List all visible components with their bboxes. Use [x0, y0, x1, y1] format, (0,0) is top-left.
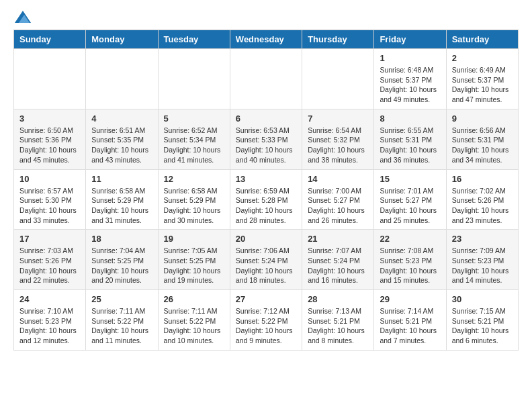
- calendar-cell: 29Sunrise: 7:14 AM Sunset: 5:21 PM Dayli…: [374, 290, 446, 351]
- day-info: Sunrise: 6:53 AM Sunset: 5:33 PM Dayligh…: [236, 126, 296, 165]
- page-container: SundayMondayTuesdayWednesdayThursdayFrid…: [0, 0, 532, 361]
- day-number: 6: [236, 113, 296, 124]
- day-info: Sunrise: 6:48 AM Sunset: 5:37 PM Dayligh…: [380, 65, 440, 105]
- day-info: Sunrise: 7:10 AM Sunset: 5:23 PM Dayligh…: [19, 306, 80, 346]
- calendar-cell: 9Sunrise: 6:56 AM Sunset: 5:31 PM Daylig…: [446, 109, 518, 169]
- calendar-cell: 30Sunrise: 7:15 AM Sunset: 5:21 PM Dayli…: [446, 290, 518, 351]
- calendar-cell: 5Sunrise: 6:52 AM Sunset: 5:34 PM Daylig…: [158, 109, 230, 169]
- day-info: Sunrise: 7:15 AM Sunset: 5:21 PM Dayligh…: [452, 306, 513, 346]
- calendar-cell: 12Sunrise: 6:58 AM Sunset: 5:29 PM Dayli…: [158, 169, 230, 230]
- day-number: 2: [452, 53, 513, 63]
- day-number: 11: [91, 174, 152, 184]
- calendar-cell: 16Sunrise: 7:02 AM Sunset: 5:26 PM Dayli…: [446, 169, 518, 230]
- day-number: 23: [452, 234, 513, 244]
- day-info: Sunrise: 7:08 AM Sunset: 5:23 PM Dayligh…: [380, 246, 440, 285]
- calendar-cell: 3Sunrise: 6:50 AM Sunset: 5:36 PM Daylig…: [14, 109, 86, 169]
- day-info: Sunrise: 6:54 AM Sunset: 5:32 PM Dayligh…: [308, 126, 368, 165]
- day-header: Sunday: [14, 30, 86, 49]
- day-number: 10: [19, 174, 80, 184]
- calendar-cell: 14Sunrise: 7:00 AM Sunset: 5:27 PM Dayli…: [302, 169, 374, 230]
- day-number: 26: [164, 294, 224, 304]
- day-number: 25: [91, 294, 152, 304]
- day-number: 4: [91, 113, 152, 124]
- calendar-cell: 21Sunrise: 7:07 AM Sunset: 5:24 PM Dayli…: [302, 230, 374, 290]
- day-number: 28: [308, 294, 368, 304]
- day-number: 14: [308, 174, 368, 184]
- day-header: Tuesday: [158, 30, 230, 49]
- calendar-table: SundayMondayTuesdayWednesdayThursdayFrid…: [13, 30, 519, 351]
- calendar-cell: 7Sunrise: 6:54 AM Sunset: 5:32 PM Daylig…: [302, 109, 374, 169]
- calendar-cell: 25Sunrise: 7:11 AM Sunset: 5:22 PM Dayli…: [86, 290, 158, 351]
- day-info: Sunrise: 7:09 AM Sunset: 5:23 PM Dayligh…: [452, 246, 513, 285]
- calendar-cell: [230, 49, 302, 109]
- day-info: Sunrise: 7:03 AM Sunset: 5:26 PM Dayligh…: [19, 246, 80, 285]
- day-header: Monday: [86, 30, 158, 49]
- logo: [13, 11, 31, 23]
- day-number: 27: [236, 294, 296, 304]
- day-number: 20: [236, 234, 296, 244]
- calendar-week-row: 17Sunrise: 7:03 AM Sunset: 5:26 PM Dayli…: [14, 230, 519, 290]
- calendar-header-row: SundayMondayTuesdayWednesdayThursdayFrid…: [14, 30, 519, 49]
- calendar-cell: 2Sunrise: 6:49 AM Sunset: 5:37 PM Daylig…: [446, 49, 518, 109]
- day-number: 1: [380, 53, 440, 63]
- calendar-week-row: 24Sunrise: 7:10 AM Sunset: 5:23 PM Dayli…: [14, 290, 519, 351]
- calendar-week-row: 1Sunrise: 6:48 AM Sunset: 5:37 PM Daylig…: [14, 49, 519, 109]
- calendar-week-row: 10Sunrise: 6:57 AM Sunset: 5:30 PM Dayli…: [14, 169, 519, 230]
- day-number: 13: [236, 174, 296, 184]
- day-info: Sunrise: 6:52 AM Sunset: 5:34 PM Dayligh…: [164, 126, 224, 165]
- calendar-cell: 24Sunrise: 7:10 AM Sunset: 5:23 PM Dayli…: [14, 290, 86, 351]
- day-info: Sunrise: 7:06 AM Sunset: 5:24 PM Dayligh…: [236, 246, 296, 285]
- day-number: 3: [19, 113, 80, 124]
- day-info: Sunrise: 7:01 AM Sunset: 5:27 PM Dayligh…: [380, 186, 440, 226]
- day-number: 5: [164, 113, 224, 124]
- day-number: 29: [380, 294, 440, 304]
- day-info: Sunrise: 7:13 AM Sunset: 5:21 PM Dayligh…: [308, 306, 368, 346]
- day-info: Sunrise: 6:58 AM Sunset: 5:29 PM Dayligh…: [91, 186, 152, 226]
- day-info: Sunrise: 7:04 AM Sunset: 5:25 PM Dayligh…: [91, 246, 152, 285]
- day-info: Sunrise: 7:00 AM Sunset: 5:27 PM Dayligh…: [308, 186, 368, 226]
- day-info: Sunrise: 7:14 AM Sunset: 5:21 PM Dayligh…: [380, 306, 440, 346]
- day-number: 15: [380, 174, 440, 184]
- day-info: Sunrise: 6:49 AM Sunset: 5:37 PM Dayligh…: [452, 65, 513, 105]
- day-info: Sunrise: 7:05 AM Sunset: 5:25 PM Dayligh…: [164, 246, 224, 285]
- day-info: Sunrise: 6:56 AM Sunset: 5:31 PM Dayligh…: [452, 126, 513, 165]
- day-info: Sunrise: 6:55 AM Sunset: 5:31 PM Dayligh…: [380, 126, 440, 165]
- day-number: 8: [380, 113, 440, 124]
- calendar-cell: 11Sunrise: 6:58 AM Sunset: 5:29 PM Dayli…: [86, 169, 158, 230]
- calendar-cell: 13Sunrise: 6:59 AM Sunset: 5:28 PM Dayli…: [230, 169, 302, 230]
- day-header: Wednesday: [230, 30, 302, 49]
- calendar-cell: 26Sunrise: 7:11 AM Sunset: 5:22 PM Dayli…: [158, 290, 230, 351]
- calendar-cell: 18Sunrise: 7:04 AM Sunset: 5:25 PM Dayli…: [86, 230, 158, 290]
- calendar-cell: 4Sunrise: 6:51 AM Sunset: 5:35 PM Daylig…: [86, 109, 158, 169]
- calendar-week-row: 3Sunrise: 6:50 AM Sunset: 5:36 PM Daylig…: [14, 109, 519, 169]
- day-number: 17: [19, 234, 80, 244]
- calendar-cell: 20Sunrise: 7:06 AM Sunset: 5:24 PM Dayli…: [230, 230, 302, 290]
- day-info: Sunrise: 6:51 AM Sunset: 5:35 PM Dayligh…: [91, 126, 152, 165]
- calendar-cell: 1Sunrise: 6:48 AM Sunset: 5:37 PM Daylig…: [374, 49, 446, 109]
- day-number: 21: [308, 234, 368, 244]
- logo-icon: [15, 11, 31, 23]
- calendar-cell: 17Sunrise: 7:03 AM Sunset: 5:26 PM Dayli…: [14, 230, 86, 290]
- day-number: 7: [308, 113, 368, 124]
- header: [13, 11, 519, 23]
- calendar-cell: [14, 49, 86, 109]
- day-number: 22: [380, 234, 440, 244]
- day-number: 30: [452, 294, 513, 304]
- day-info: Sunrise: 6:57 AM Sunset: 5:30 PM Dayligh…: [19, 186, 80, 226]
- calendar-cell: 6Sunrise: 6:53 AM Sunset: 5:33 PM Daylig…: [230, 109, 302, 169]
- calendar-cell: 22Sunrise: 7:08 AM Sunset: 5:23 PM Dayli…: [374, 230, 446, 290]
- calendar-cell: 27Sunrise: 7:12 AM Sunset: 5:22 PM Dayli…: [230, 290, 302, 351]
- day-info: Sunrise: 7:11 AM Sunset: 5:22 PM Dayligh…: [91, 306, 152, 346]
- day-info: Sunrise: 7:12 AM Sunset: 5:22 PM Dayligh…: [236, 306, 296, 346]
- calendar-cell: [302, 49, 374, 109]
- day-number: 9: [452, 113, 513, 124]
- day-number: 16: [452, 174, 513, 184]
- day-header: Friday: [374, 30, 446, 49]
- calendar-cell: 23Sunrise: 7:09 AM Sunset: 5:23 PM Dayli…: [446, 230, 518, 290]
- calendar-cell: 19Sunrise: 7:05 AM Sunset: 5:25 PM Dayli…: [158, 230, 230, 290]
- calendar-cell: 10Sunrise: 6:57 AM Sunset: 5:30 PM Dayli…: [14, 169, 86, 230]
- day-number: 24: [19, 294, 80, 304]
- day-info: Sunrise: 7:02 AM Sunset: 5:26 PM Dayligh…: [452, 186, 513, 226]
- day-info: Sunrise: 6:58 AM Sunset: 5:29 PM Dayligh…: [164, 186, 224, 226]
- calendar-cell: 8Sunrise: 6:55 AM Sunset: 5:31 PM Daylig…: [374, 109, 446, 169]
